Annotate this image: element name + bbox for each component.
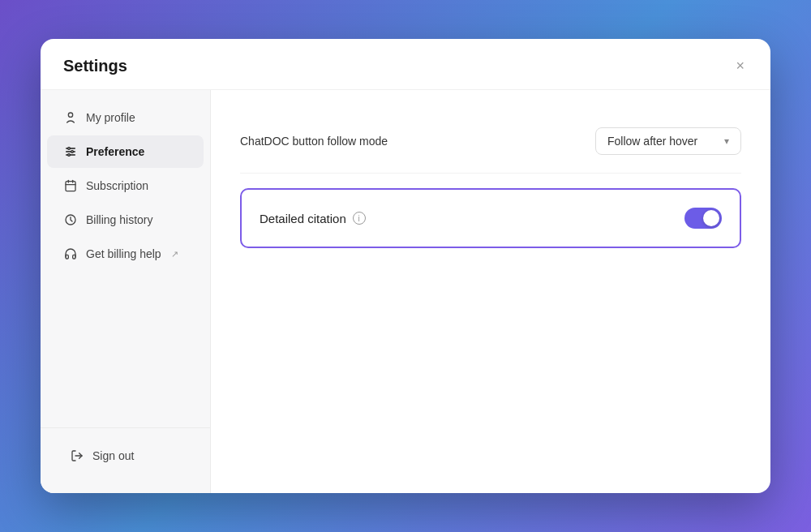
sidebar-item-label: My profile (86, 111, 135, 124)
sidebar-item-label: Billing history (86, 213, 152, 226)
sidebar-item-label: Get billing help (86, 247, 161, 260)
calendar-icon (63, 178, 78, 193)
chatdoc-follow-mode-row: ChatDOC button follow mode Follow after … (240, 113, 741, 174)
sign-out-button[interactable]: Sign out (54, 440, 197, 472)
external-link-icon: ↗ (171, 249, 178, 260)
sidebar-item-label: Preference (86, 145, 144, 158)
detailed-citation-label: Detailed citation (260, 212, 346, 225)
sidebar-item-my-profile[interactable]: My profile (47, 101, 204, 134)
modal-title: Settings (63, 57, 127, 75)
chevron-down-icon: ▾ (724, 135, 729, 147)
svg-point-5 (71, 151, 74, 153)
sign-out-label: Sign out (92, 449, 134, 462)
sidebar-item-subscription[interactable]: Subscription (47, 169, 204, 202)
sidebar-nav: My profile Preference (41, 100, 210, 427)
main-content: ChatDOC button follow mode Follow after … (211, 90, 770, 493)
follow-mode-value: Follow after hover (607, 135, 697, 148)
sidebar: My profile Preference (41, 90, 211, 493)
sidebar-item-preference[interactable]: Preference (47, 135, 204, 168)
clock-icon (63, 212, 78, 227)
svg-rect-7 (66, 182, 75, 191)
modal-header: Settings × (41, 39, 770, 90)
close-button[interactable]: × (732, 55, 748, 76)
chatdoc-follow-mode-label: ChatDOC button follow mode (240, 135, 388, 148)
sidebar-item-label: Subscription (86, 179, 148, 192)
sidebar-footer: Sign out (41, 427, 210, 483)
sliders-icon (63, 144, 78, 159)
power-icon (70, 448, 84, 463)
toggle-slider (684, 208, 722, 229)
svg-point-0 (68, 113, 72, 117)
sidebar-item-billing-history[interactable]: Billing history (47, 204, 204, 236)
person-icon (63, 110, 78, 125)
svg-point-4 (68, 148, 71, 150)
settings-modal: Settings × My profile (41, 39, 770, 493)
sidebar-item-get-billing-help[interactable]: Get billing help ↗ (47, 238, 204, 270)
modal-body: My profile Preference (41, 90, 770, 493)
headset-icon (63, 247, 78, 261)
detailed-citation-toggle[interactable] (684, 208, 722, 229)
follow-mode-dropdown[interactable]: Follow after hover ▾ (595, 127, 741, 155)
detailed-citation-row: Detailed citation i (240, 188, 741, 248)
svg-point-6 (68, 154, 71, 157)
info-icon[interactable]: i (353, 212, 366, 225)
citation-label-wrap: Detailed citation i (260, 212, 366, 225)
